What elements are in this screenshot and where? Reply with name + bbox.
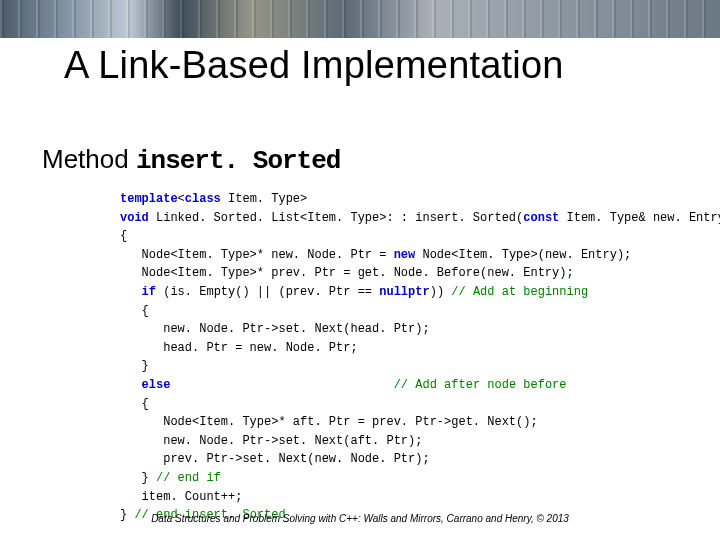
code-line: Node<Item. Type>* aft. Ptr = prev. Ptr->…: [120, 413, 660, 432]
code-text: <: [178, 192, 185, 206]
subtitle-code: insert. Sorted: [136, 146, 340, 176]
footer-citation: Data Structures and Problem Solving with…: [0, 513, 720, 524]
code-text: }: [120, 471, 156, 485]
kw-nullptr: nullptr: [379, 285, 429, 299]
code-text: )): [430, 285, 452, 299]
code-line: head. Ptr = new. Node. Ptr;: [120, 339, 660, 358]
kw-else: else: [142, 378, 171, 392]
code-text: Node<Item. Type>(new. Entry);: [415, 248, 631, 262]
kw-template: template: [120, 192, 178, 206]
slide-title: A Link-Based Implementation: [64, 44, 690, 87]
comment: // end if: [156, 471, 221, 485]
slide: A Link-Based Implementation Method inser…: [0, 0, 720, 540]
code-line: template<class Item. Type>: [120, 190, 660, 209]
comment: // Add at beginning: [451, 285, 588, 299]
code-text: [170, 378, 393, 392]
code-text: Item. Type& new. Entry): [559, 211, 720, 225]
slide-subtitle: Method insert. Sorted: [42, 144, 340, 176]
code-line: }: [120, 357, 660, 376]
code-line: item. Count++;: [120, 488, 660, 507]
code-line: void Linked. Sorted. List<Item. Type>: :…: [120, 209, 660, 228]
code-line: new. Node. Ptr->set. Next(head. Ptr);: [120, 320, 660, 339]
kw-new: new: [394, 248, 416, 262]
code-text: Linked. Sorted. List<Item. Type>: : inse…: [149, 211, 523, 225]
code-line: Node<Item. Type>* new. Node. Ptr = new N…: [120, 246, 660, 265]
code-line: {: [120, 227, 660, 246]
code-block: template<class Item. Type> void Linked. …: [120, 186, 660, 535]
kw-const: const: [523, 211, 559, 225]
code-text: (is. Empty() || (prev. Ptr ==: [156, 285, 379, 299]
decorative-header-stripe: [0, 0, 720, 38]
code-line: else // Add after node before: [120, 376, 660, 395]
kw-class: class: [185, 192, 221, 206]
code-line: {: [120, 395, 660, 414]
code-line: new. Node. Ptr->set. Next(aft. Ptr);: [120, 432, 660, 451]
code-line: {: [120, 302, 660, 321]
code-line: if (is. Empty() || (prev. Ptr == nullptr…: [120, 283, 660, 302]
code-text: [120, 285, 142, 299]
code-text: [120, 378, 142, 392]
subtitle-prefix: Method: [42, 144, 136, 174]
code-text: Item. Type>: [221, 192, 315, 206]
code-text: Node<Item. Type>* new. Node. Ptr =: [120, 248, 394, 262]
code-line: } // end if: [120, 469, 660, 488]
code-line: Node<Item. Type>* prev. Ptr = get. Node.…: [120, 264, 660, 283]
kw-void: void: [120, 211, 149, 225]
kw-if: if: [142, 285, 156, 299]
code-line: prev. Ptr->set. Next(new. Node. Ptr);: [120, 450, 660, 469]
comment: // Add after node before: [394, 378, 567, 392]
